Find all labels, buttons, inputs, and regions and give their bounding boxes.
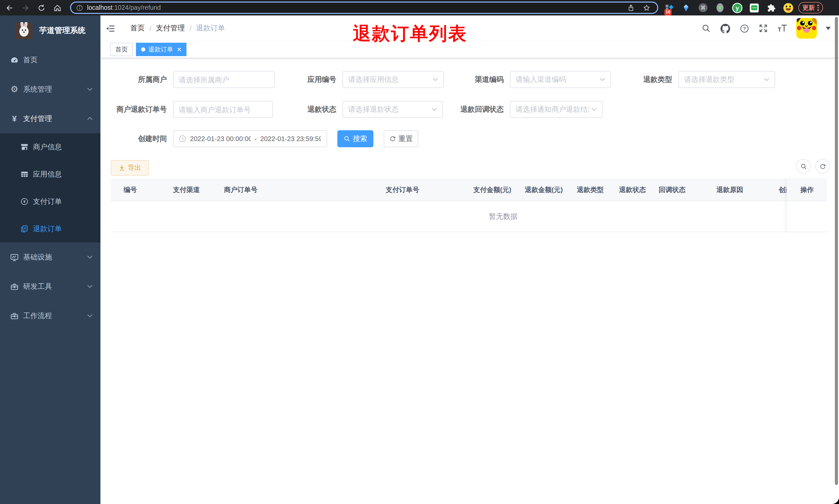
fullscreen-button[interactable] <box>758 23 768 34</box>
app-select[interactable]: 请选择应用信息 <box>342 71 444 88</box>
sidebar-item-label: 商户信息 <box>33 142 62 151</box>
sidebar-item-dev-tools[interactable]: 研发工具 <box>0 272 101 301</box>
col-id: 编号 <box>124 179 137 201</box>
home-button[interactable] <box>51 1 64 14</box>
emoji-icon <box>783 2 793 13</box>
sidebar-item-workflow[interactable]: 工作流程 <box>0 301 101 330</box>
refund-doc-icon <box>20 224 29 233</box>
github-icon <box>720 23 730 33</box>
sidebar-item-label: 系统管理 <box>23 85 52 94</box>
home-icon <box>53 4 61 12</box>
chat-icon <box>749 3 759 13</box>
bookmark-button[interactable] <box>641 2 652 13</box>
crystal-icon <box>682 3 690 13</box>
merchant-input[interactable] <box>173 71 275 88</box>
sidebar-item-label: 应用信息 <box>33 169 62 179</box>
url-text[interactable]: localhost:1024/pay/refund <box>87 4 161 11</box>
reset-button[interactable]: 重置 <box>384 130 418 147</box>
chevron-down-icon <box>87 314 93 318</box>
refund-type-select[interactable]: 请选择退款类型 <box>678 71 775 88</box>
sidebar-item-home[interactable]: 首页 <box>0 45 101 75</box>
extension-recorder[interactable] <box>714 2 726 13</box>
command-icon: ⌘ <box>698 3 708 13</box>
breadcrumb-pay[interactable]: 支付管理 <box>156 24 185 33</box>
merchant-refund-no-input[interactable] <box>173 101 273 118</box>
sidebar-item-merchant-info[interactable]: 商户信息 <box>0 133 101 161</box>
reload-button[interactable] <box>35 1 48 14</box>
col-pay-channel: 支付渠道 <box>173 179 200 201</box>
tab-label: 首页 <box>115 45 128 54</box>
window-scrollbar[interactable] <box>835 17 838 485</box>
refund-list-page: 所属商户 应用编号 请选择应用信息 渠道编码 请输入渠道编码 退款类型 请选择退… <box>101 58 839 504</box>
merchant-label: 所属商户 <box>101 71 167 88</box>
extension-crystal[interactable] <box>680 2 692 13</box>
table-header-row: 编号 支付渠道 商户订单号 支付订单号 支付金额(元) 退款金额(元) 退款类型… <box>111 179 786 201</box>
extension-command[interactable]: ⌘ <box>697 2 709 13</box>
col-merchant-order: 商户订单号 <box>224 179 257 201</box>
address-bar[interactable]: localhost:1024/pay/refund <box>70 2 658 14</box>
extension-y-green[interactable]: y <box>731 2 743 13</box>
share-button[interactable] <box>625 2 637 13</box>
avatar-caret-button[interactable] <box>826 26 831 30</box>
search-icon <box>343 136 350 142</box>
site-info-icon[interactable] <box>76 4 83 11</box>
refund-status-select[interactable]: 请选择退款状态 <box>342 101 443 118</box>
merchant-refund-no-label: 商户退款订单号 <box>101 101 167 118</box>
yen-icon: ¥ <box>10 114 19 123</box>
sidebar-item-label: 研发工具 <box>23 282 52 291</box>
tab-refund-order[interactable]: 退款订单 <box>136 43 186 56</box>
browser-toolbar: localhost:1024/pay/refund 10 ⌘ <box>0 0 839 15</box>
create-time-range-picker[interactable]: 2022-01-23 00:00:00 - 2022-01-23 23:59:5… <box>173 130 327 147</box>
svg-text:?: ? <box>743 26 746 31</box>
sidebar-item-system[interactable]: ⚙ 系统管理 <box>0 75 101 104</box>
export-button[interactable]: 导出 <box>111 160 149 176</box>
user-avatar[interactable] <box>796 18 817 39</box>
sidebar-item-pay-order[interactable]: ¥ 支付订单 <box>0 188 101 215</box>
svg-text:¥: ¥ <box>23 199 25 204</box>
extension-tab-manager[interactable]: 10 <box>663 2 675 13</box>
extension-chat[interactable] <box>748 2 760 13</box>
empty-placeholder: 暂无数据 <box>489 201 518 231</box>
breadcrumb: 首页 / 支付管理 / 退款订单 <box>130 24 225 33</box>
grid-icon <box>20 169 29 179</box>
channel-select[interactable]: 请输入渠道编码 <box>510 71 611 88</box>
browser-update-menu[interactable]: 更新 <box>798 2 823 13</box>
sidebar-item-refund-order[interactable]: 退款订单 <box>0 215 101 242</box>
browser-window: localhost:1024/pay/refund 10 ⌘ <box>0 0 839 504</box>
search-button[interactable]: 搜索 <box>337 130 373 147</box>
update-label: 更新 <box>802 3 815 12</box>
forward-button[interactable] <box>19 1 32 14</box>
help-button[interactable]: ? <box>739 23 749 34</box>
active-dot-icon <box>141 47 145 52</box>
tab-close-button[interactable] <box>177 47 181 52</box>
refresh-table-button[interactable] <box>815 159 830 174</box>
refresh-icon <box>819 163 826 169</box>
y-circle-icon: y <box>732 2 743 13</box>
breadcrumb-refund-order: 退款订单 <box>196 24 225 33</box>
header-search-button[interactable] <box>701 23 711 34</box>
font-size-button[interactable] <box>777 23 787 34</box>
github-link[interactable] <box>720 23 730 34</box>
extension-emoji[interactable] <box>782 2 794 13</box>
search-icon <box>701 24 711 33</box>
sidebar-fold-button[interactable] <box>106 23 115 33</box>
show-search-toggle-button[interactable] <box>796 159 811 174</box>
back-button[interactable] <box>3 1 16 14</box>
col-refund-amount: 退款金额(元) <box>525 179 563 201</box>
sidebar-item-label: 支付管理 <box>23 114 52 123</box>
extensions-puzzle-button[interactable] <box>765 2 777 13</box>
notify-status-select[interactable]: 请选择通知商户退款结果的 <box>510 101 603 118</box>
chevron-up-icon <box>87 117 93 121</box>
fixed-action-column: 操作 <box>786 179 827 232</box>
sidebar-item-app-info[interactable]: 应用信息 <box>0 161 101 188</box>
sidebar-item-infra[interactable]: 基础设施 <box>0 242 101 272</box>
forward-icon <box>21 4 29 12</box>
sidebar-item-label: 工作流程 <box>23 311 52 321</box>
sidebar-item-pay[interactable]: ¥ 支付管理 <box>0 104 101 133</box>
tab-home[interactable]: 首页 <box>110 43 133 56</box>
rabbit-logo-icon <box>15 22 33 39</box>
breadcrumb-home[interactable]: 首页 <box>130 24 145 33</box>
col-notify-status: 回调状态 <box>659 179 685 201</box>
sidebar-item-label: 支付订单 <box>33 197 62 206</box>
extension-badge: 10 <box>664 9 672 15</box>
